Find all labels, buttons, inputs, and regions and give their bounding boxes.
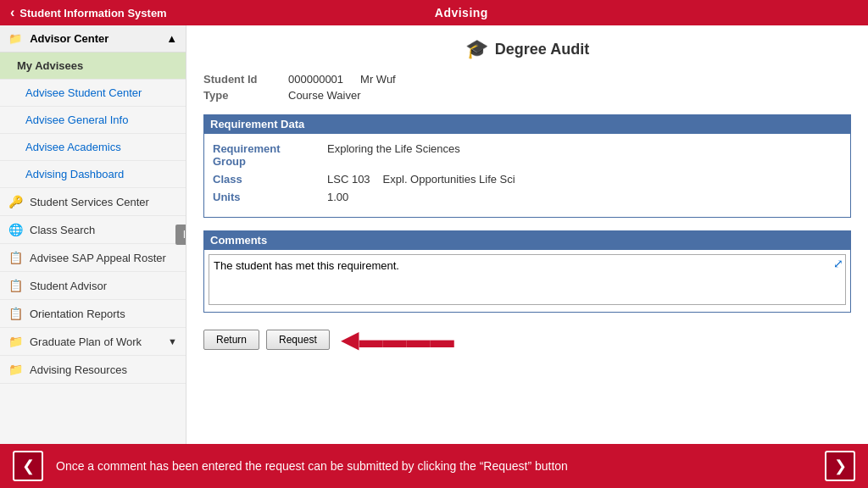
advisee-student-center-label: Advisee Student Center: [25, 86, 142, 99]
page-title-area: 🎓 Degree Audit: [203, 38, 851, 60]
req-group-label: Requirement Group: [213, 142, 314, 168]
type-label: Type: [203, 89, 271, 102]
sidebar-collapse-button[interactable]: II: [175, 225, 186, 245]
student-advisor-label: Student Advisor: [30, 280, 107, 292]
back-arrow-icon[interactable]: ‹: [10, 5, 14, 20]
req-group-value: Exploring the Life Sciences: [327, 142, 460, 168]
sidebar-item-advisee-student-center[interactable]: Advisee Student Center: [0, 80, 186, 107]
advisor-icon: 📋: [8, 279, 23, 292]
report-icon: 📋: [8, 307, 23, 320]
textarea-container: ⤢ The student has met this requirement.: [209, 254, 846, 308]
bottom-bar-message: Once a comment has been entered the requ…: [56, 459, 812, 473]
sap-appeal-roster-label: Advisee SAP Appeal Roster: [30, 252, 166, 264]
resize-icon: ⤢: [833, 257, 843, 270]
globe-icon: 🌐: [8, 223, 23, 236]
type-value: Course Waiver: [288, 89, 360, 102]
main-area: 📁 Advisor Center ▲ My Advisees Advisee S…: [0, 25, 868, 444]
advisor-center-label: Advisor Center: [30, 32, 108, 45]
sidebar-item-class-search[interactable]: 🌐 Class Search: [0, 216, 186, 244]
class-value2: Expl. Opportunities Life Sci: [383, 173, 515, 186]
sidebar-item-orientation-reports[interactable]: 📋 Orientation Reports: [0, 300, 186, 328]
arrow-icon: ◀▬▬▬▬: [341, 325, 454, 353]
advising-dashboard-label: Advising Dashboard: [25, 168, 124, 180]
student-services-center-label: Student Services Center: [30, 196, 149, 208]
sidebar-item-advising-dashboard[interactable]: Advising Dashboard: [0, 161, 186, 188]
prev-button[interactable]: ❮: [13, 451, 43, 481]
page-title: Degree Audit: [495, 41, 589, 58]
sidebar: 📁 Advisor Center ▲ My Advisees Advisee S…: [0, 25, 186, 444]
grad-plan-arrow: ▼: [168, 336, 177, 347]
requirement-data-content: Requirement Group Exploring the Life Sci…: [203, 134, 851, 218]
requirement-data-section: Requirement Data Requirement Group Explo…: [203, 114, 851, 218]
comments-header: Comments: [203, 230, 851, 250]
sidebar-item-advisee-general-info[interactable]: Advisee General Info: [0, 107, 186, 134]
student-id-label: Student Id: [203, 73, 271, 86]
sidebar-advisor-center-header[interactable]: 📁 Advisor Center ▲: [0, 25, 186, 53]
top-bar: ‹ Student Information System Advising: [0, 0, 868, 25]
folder-icon: 📁: [8, 32, 22, 45]
top-bar-left: ‹ Student Information System: [10, 5, 167, 20]
bottom-bar: ❮ Once a comment has been entered the re…: [0, 444, 868, 488]
graduate-plan-label: Graduate Plan of Work: [30, 336, 142, 348]
button-row: Return Request ◀▬▬▬▬: [203, 325, 851, 353]
prev-icon: ❮: [22, 457, 35, 475]
advising-resources-label: Advising Resources: [30, 363, 127, 376]
units-row: Units 1.00: [213, 191, 842, 203]
sidebar-item-advising-resources[interactable]: 📁 Advising Resources: [0, 356, 186, 384]
advisee-academics-label: Advisee Academics: [25, 141, 121, 153]
my-advisees-label: My Advisees: [17, 59, 83, 72]
class-search-label: Class Search: [30, 224, 95, 236]
sidebar-item-student-advisor[interactable]: 📋 Student Advisor: [0, 272, 186, 300]
next-icon: ❯: [834, 457, 847, 475]
system-name: Student Information System: [19, 7, 166, 19]
sidebar-item-sap-appeal-roster[interactable]: 📋 Advisee SAP Appeal Roster: [0, 244, 186, 272]
request-button[interactable]: Request: [266, 330, 330, 350]
comments-textarea[interactable]: The student has met this requirement.: [209, 254, 846, 305]
key-icon: 🔑: [8, 195, 23, 208]
type-row: Type Course Waiver: [203, 89, 851, 102]
list-icon: 📋: [8, 251, 23, 264]
return-button[interactable]: Return: [203, 330, 259, 350]
requirement-group-row: Requirement Group Exploring the Life Sci…: [213, 142, 842, 168]
class-value1: LSC 103: [327, 173, 370, 186]
sidebar-item-my-advisees[interactable]: My Advisees: [0, 53, 186, 80]
units-label: Units: [213, 191, 314, 203]
student-id-row: Student Id 000000001 Mr Wuf: [203, 73, 851, 86]
sidebar-item-graduate-plan[interactable]: 📁 Graduate Plan of Work ▼: [0, 328, 186, 356]
student-info: Student Id 000000001 Mr Wuf Type Course …: [203, 73, 851, 102]
units-value: 1.00: [327, 191, 348, 203]
comments-content: ⤢ The student has met this requirement.: [203, 250, 851, 313]
content-area: 🎓 Degree Audit Student Id 000000001 Mr W…: [186, 25, 868, 444]
resources-icon: 📁: [8, 363, 23, 376]
grad-plan-icon: 📁: [8, 335, 23, 348]
comments-section: Comments ⤢ The student has met this requ…: [203, 230, 851, 313]
degree-audit-icon: 🎓: [465, 38, 488, 60]
advisee-general-info-label: Advisee General Info: [25, 114, 128, 126]
section-title: Advising: [435, 6, 488, 19]
next-button[interactable]: ❯: [825, 451, 855, 481]
class-label: Class: [213, 173, 314, 186]
class-row: Class LSC 103 Expl. Opportunities Life S…: [213, 173, 842, 186]
requirement-data-header: Requirement Data: [203, 114, 851, 134]
collapse-icon[interactable]: ▲: [166, 32, 177, 45]
sidebar-item-advisee-academics[interactable]: Advisee Academics: [0, 134, 186, 161]
student-name-value: Mr Wuf: [360, 73, 396, 86]
student-id-value: 000000001: [288, 73, 343, 86]
sidebar-item-student-services-center[interactable]: 🔑 Student Services Center: [0, 188, 186, 216]
orientation-reports-label: Orientation Reports: [30, 308, 125, 320]
